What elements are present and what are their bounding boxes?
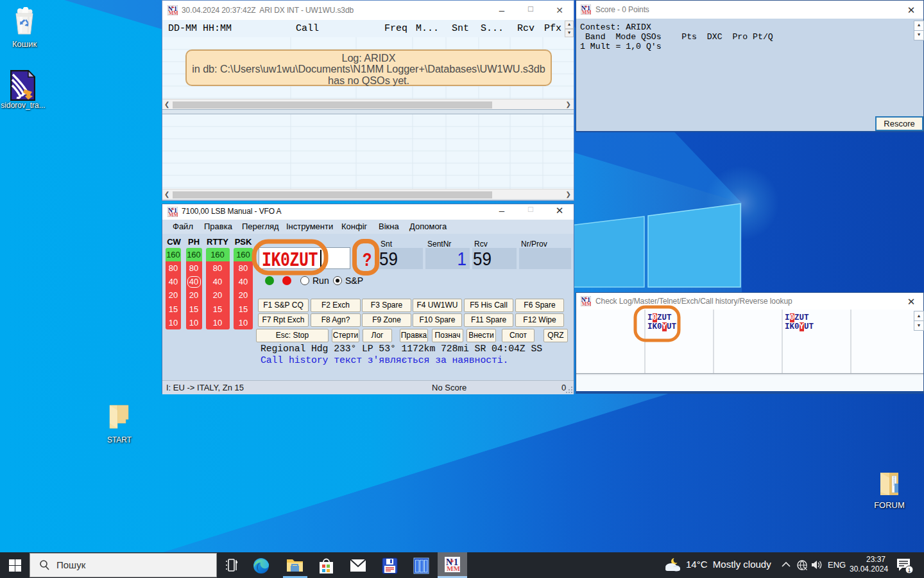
svg-text:MM: MM <box>447 565 460 572</box>
svg-text:+: + <box>585 4 587 9</box>
svg-text:MM: MM <box>582 10 591 15</box>
svg-text:1: 1 <box>908 567 911 574</box>
svg-text:+: + <box>171 5 174 10</box>
svg-text:+: + <box>171 207 174 211</box>
svg-text:+: + <box>450 557 454 565</box>
svg-text:MM: MM <box>582 301 591 306</box>
svg-text:MM: MM <box>169 212 178 217</box>
svg-text:+: + <box>585 296 587 301</box>
svg-text:MM: MM <box>169 10 178 15</box>
